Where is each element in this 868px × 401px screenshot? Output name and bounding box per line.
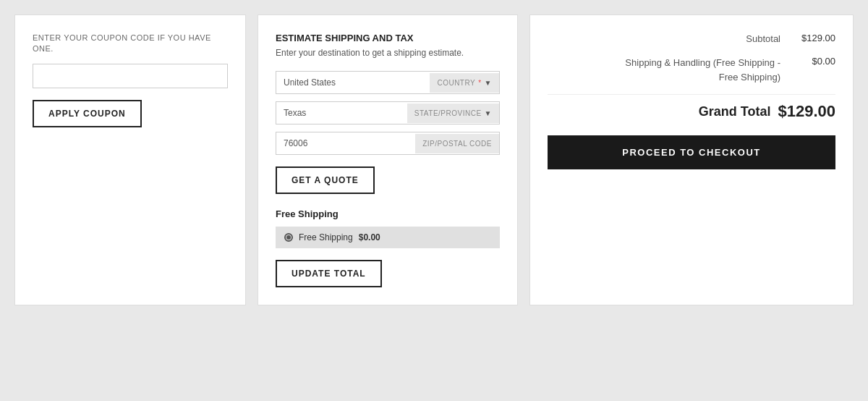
main-container: ENTER YOUR COUPON CODE IF YOU HAVE ONE. …	[14, 14, 854, 305]
shipping-option-row[interactable]: Free Shipping $0.00	[276, 227, 500, 248]
shipping-option-label: Free Shipping	[299, 232, 353, 242]
shipping-row: Shipping & Handling (Free Shipping -Free…	[548, 56, 835, 84]
quote-btn-wrap: GET A QUOTE	[276, 166, 500, 194]
shipping-panel: ESTIMATE SHIPPING AND TAX Enter your des…	[258, 14, 518, 305]
shipping-subtitle: Enter your destination to get a shipping…	[276, 48, 500, 58]
grand-total-row: Grand Total $129.00	[548, 102, 835, 121]
subtotal-label: Subtotal	[548, 33, 792, 46]
grand-total-label: Grand Total	[699, 104, 771, 119]
shipping-title: ESTIMATE SHIPPING AND TAX	[276, 33, 500, 43]
subtotal-amount: $129.00	[792, 33, 835, 43]
shipping-option-title: Free Shipping	[276, 208, 500, 219]
proceed-checkout-button[interactable]: PROCEED TO CHECKOUT	[548, 135, 835, 169]
get-quote-button[interactable]: GET A QUOTE	[276, 166, 375, 194]
zip-field-row[interactable]: 76006 ZIP/POSTAL CODE	[276, 132, 500, 155]
subtotal-row: Subtotal $129.00	[548, 33, 835, 46]
update-btn-wrap: UPDATE TOTAL	[276, 260, 500, 287]
update-total-button[interactable]: UPDATE TOTAL	[276, 260, 382, 287]
coupon-panel: ENTER YOUR COUPON CODE IF YOU HAVE ONE. …	[14, 14, 246, 305]
summary-panel: Subtotal $129.00 Shipping & Handling (Fr…	[529, 14, 854, 305]
state-value: Texas	[276, 102, 407, 124]
state-field-row[interactable]: Texas STATE/PROVINCE ▼	[276, 101, 500, 124]
apply-coupon-button[interactable]: APPLY COUPON	[33, 100, 142, 127]
grand-total-amount: $129.00	[778, 102, 835, 121]
shipping-radio[interactable]	[284, 233, 293, 242]
zip-label: ZIP/POSTAL CODE	[415, 134, 499, 153]
summary-divider	[548, 94, 835, 95]
country-value: United States	[276, 72, 430, 93]
shipping-option-price: $0.00	[359, 232, 380, 242]
state-dropdown-arrow: ▼	[485, 109, 492, 117]
shipping-handling-label: Shipping & Handling (Free Shipping -Free…	[548, 56, 792, 84]
coupon-label: ENTER YOUR COUPON CODE IF YOU HAVE ONE.	[33, 33, 228, 55]
country-dropdown-arrow: ▼	[485, 79, 492, 87]
coupon-input[interactable]	[33, 64, 228, 88]
country-required: *	[478, 79, 481, 87]
zip-value: 76006	[276, 132, 415, 154]
country-field-row[interactable]: United States COUNTRY * ▼	[276, 71, 500, 94]
country-label: COUNTRY * ▼	[430, 73, 499, 93]
shipping-handling-amount: $0.00	[792, 56, 835, 67]
state-label: STATE/PROVINCE ▼	[407, 104, 499, 123]
